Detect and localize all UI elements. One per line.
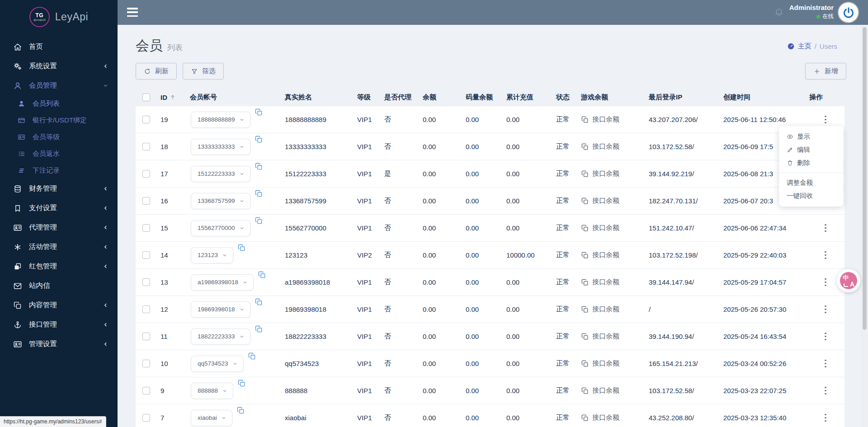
- filter-button[interactable]: 筛选: [183, 63, 224, 80]
- row-actions-button[interactable]: [821, 275, 830, 289]
- copy-account-icon[interactable]: [248, 352, 256, 361]
- admin-info[interactable]: Administrator 在线: [789, 4, 834, 20]
- cell-id: 14: [160, 251, 168, 259]
- game-balance-link[interactable]: 接口余额: [581, 115, 619, 124]
- sidebar-item-payment-settings[interactable]: 支付设置: [0, 198, 118, 218]
- copy-account-icon[interactable]: [255, 162, 263, 171]
- row-checkbox[interactable]: [142, 251, 150, 259]
- column-header-id[interactable]: ID: [160, 94, 190, 101]
- scrollbar-thumb[interactable]: [863, 27, 867, 330]
- account-select[interactable]: 18888888889: [191, 112, 250, 128]
- sidebar-item-bank-usdt-binding[interactable]: 银行卡/USDT绑定: [0, 112, 118, 129]
- account-select[interactable]: 15122223333: [191, 166, 250, 182]
- sidebar-item-site-messages[interactable]: 站内信: [0, 276, 118, 296]
- row-actions-button[interactable]: [821, 357, 830, 371]
- cell-balance: 0.00: [423, 414, 436, 422]
- row-actions-button[interactable]: [821, 248, 830, 262]
- refresh-button[interactable]: 刷新: [136, 63, 177, 80]
- row-checkbox[interactable]: [142, 170, 150, 178]
- row-checkbox[interactable]: [142, 143, 150, 150]
- logout-power-button[interactable]: [839, 3, 858, 22]
- row-actions-button[interactable]: [821, 411, 830, 425]
- menu-item-one-key-recycle[interactable]: 一键回收: [779, 189, 843, 202]
- row-actions-button[interactable]: [821, 302, 830, 316]
- translate-fab[interactable]: 中 A: [837, 269, 860, 292]
- row-actions-button[interactable]: [821, 221, 830, 235]
- app-logo[interactable]: TG @mxdj123 LeyApi: [0, 0, 118, 31]
- account-select[interactable]: 19869398018: [191, 301, 250, 318]
- game-balance-link[interactable]: 接口余额: [581, 169, 619, 178]
- sidebar-item-content-management[interactable]: 内容管理: [0, 296, 118, 315]
- game-balance-link[interactable]: 接口余额: [581, 332, 619, 341]
- account-select[interactable]: 888888: [191, 383, 233, 399]
- cell-code_balance: 0.00: [466, 333, 479, 340]
- add-button[interactable]: 新增: [805, 63, 846, 80]
- copy-account-icon[interactable]: [255, 216, 263, 225]
- chevron-left-icon: [103, 322, 108, 328]
- sidebar-toggle-button[interactable]: [127, 8, 138, 17]
- account-select[interactable]: 15562770000: [191, 220, 250, 236]
- row-checkbox[interactable]: [142, 360, 150, 367]
- game-balance-link[interactable]: 接口余额: [581, 278, 619, 286]
- row-checkbox[interactable]: [142, 333, 150, 340]
- game-balance-link[interactable]: 接口余额: [581, 197, 619, 205]
- account-select[interactable]: a19869398018: [191, 274, 254, 291]
- sidebar-item-admin-settings[interactable]: 管理设置: [0, 334, 118, 354]
- row-checkbox[interactable]: [142, 197, 150, 205]
- account-select[interactable]: 18822223333: [191, 328, 250, 345]
- menu-item-edit[interactable]: 编辑: [779, 143, 843, 156]
- row-checkbox[interactable]: [142, 305, 150, 313]
- game-balance-link[interactable]: 接口余额: [581, 142, 619, 151]
- cell-agent: 否: [384, 332, 391, 341]
- row-checkbox[interactable]: [142, 414, 150, 422]
- game-balance-link[interactable]: 接口余额: [581, 359, 619, 368]
- copy-account-icon[interactable]: [237, 379, 246, 388]
- sidebar-item-member-list[interactable]: 会员列表: [0, 95, 118, 112]
- sidebar-item-member-rebate[interactable]: 会员返水: [0, 145, 118, 162]
- breadcrumb-home-link[interactable]: 主页: [798, 42, 811, 51]
- account-select[interactable]: 123123: [191, 247, 233, 263]
- game-balance-link[interactable]: 接口余额: [581, 413, 619, 422]
- copy-account-icon[interactable]: [237, 244, 246, 252]
- copy-account-icon[interactable]: [255, 108, 263, 117]
- sidebar-item-agent-management[interactable]: 代理管理: [0, 218, 118, 237]
- game-balance-link[interactable]: 接口余额: [581, 251, 619, 259]
- row-checkbox[interactable]: [142, 116, 150, 123]
- row-checkbox[interactable]: [142, 278, 150, 286]
- account-select[interactable]: qq5734523: [191, 356, 244, 372]
- game-balance-link[interactable]: 接口余额: [581, 224, 619, 232]
- cell-level: VIP1: [357, 278, 372, 286]
- copy-account-icon[interactable]: [255, 325, 263, 333]
- game-balance-link[interactable]: 接口余额: [581, 386, 619, 395]
- row-actions-button[interactable]: [821, 113, 830, 127]
- copy-account-icon[interactable]: [255, 189, 263, 198]
- menu-item-adjust-amount[interactable]: 调整金额: [779, 176, 843, 189]
- select-all-checkbox[interactable]: [142, 94, 150, 101]
- copy-account-icon[interactable]: [258, 271, 266, 279]
- account-select[interactable]: xiaobai: [191, 410, 232, 426]
- account-select[interactable]: 13333333333: [191, 139, 250, 155]
- sidebar-item-member-management[interactable]: 会员管理: [0, 76, 118, 95]
- sidebar-item-member-level[interactable]: 会员等级: [0, 129, 118, 145]
- row-checkbox[interactable]: [142, 224, 150, 232]
- row-actions-button[interactable]: [821, 384, 830, 398]
- cell-ip: 103.172.52.58/: [649, 143, 694, 150]
- vertical-scrollbar[interactable]: [861, 25, 868, 427]
- row-checkbox[interactable]: [142, 387, 150, 394]
- notifications-bell-icon[interactable]: [774, 7, 784, 17]
- game-balance-link[interactable]: 接口余额: [581, 305, 619, 314]
- sidebar-item-redpacket-management[interactable]: 红包管理: [0, 257, 118, 276]
- row-actions-button[interactable]: [821, 329, 830, 343]
- sidebar-item-finance-management[interactable]: 财务管理: [0, 179, 118, 198]
- sidebar-item-system-settings[interactable]: 系统设置: [0, 56, 118, 76]
- sidebar-item-bet-records[interactable]: 下注记录: [0, 162, 118, 179]
- menu-item-show[interactable]: 显示: [779, 130, 843, 143]
- copy-account-icon[interactable]: [236, 406, 245, 415]
- sidebar-item-home[interactable]: 首页: [0, 37, 118, 56]
- copy-account-icon[interactable]: [255, 298, 263, 306]
- account-select[interactable]: 13368757599: [191, 193, 250, 209]
- copy-account-icon[interactable]: [255, 135, 263, 144]
- sidebar-item-api-management[interactable]: 接口管理: [0, 315, 118, 334]
- sidebar-item-activity-management[interactable]: 活动管理: [0, 237, 118, 257]
- menu-item-delete[interactable]: 删除: [779, 156, 843, 169]
